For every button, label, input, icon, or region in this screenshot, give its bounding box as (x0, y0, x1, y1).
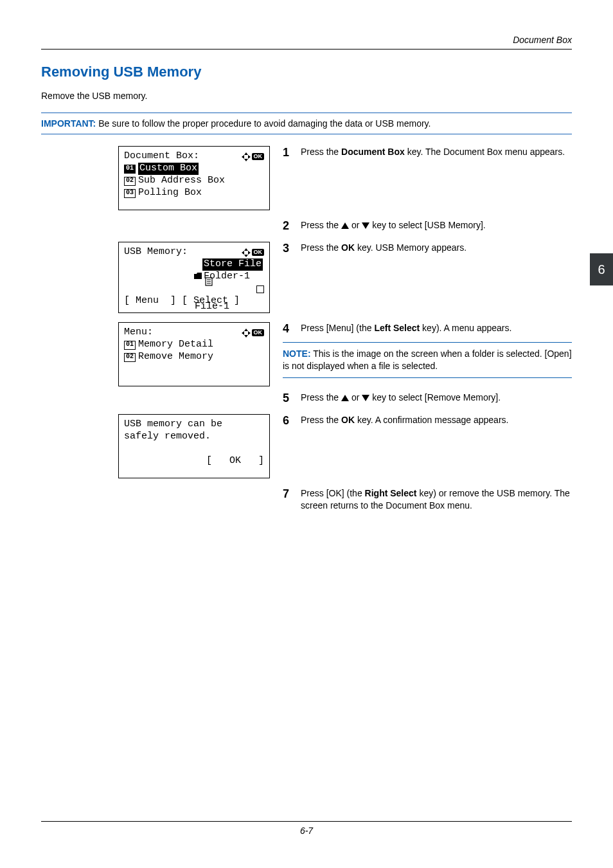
note-box: NOTE: This is the image on the screen wh… (283, 342, 572, 378)
chapter-tab: 6 (590, 253, 613, 285)
step7-num: 7 (283, 487, 301, 501)
step5-text: Press the or key to select [Remove Memor… (301, 392, 572, 404)
down-triangle-icon (362, 395, 369, 401)
lcd4-line2: safely removed. (124, 431, 264, 443)
step6-text: Press the OK key. A confirmation message… (301, 414, 572, 426)
up-triangle-icon (341, 395, 349, 401)
lcd3-title: Menu: (124, 327, 153, 339)
step4-num: 4 (283, 322, 301, 336)
lcd1-item0-num: 01 (124, 165, 136, 174)
checkbox-icon (256, 285, 264, 293)
nav-ok-icon: OK (242, 153, 265, 161)
step1-num: 1 (283, 146, 301, 159)
step3-num: 3 (283, 242, 301, 255)
lcd1-item0-label: Custom Box (138, 163, 199, 175)
step6-num: 6 (283, 414, 301, 428)
lcd2-softkeys: [ Menu ] [ Select ] (124, 295, 264, 307)
lcd-confirmation: USB memory can be safely removed. [ OK ] (118, 414, 270, 478)
nav-ok-icon: OK (242, 249, 265, 257)
step2-text: Press the or key to select [USB Memory]. (301, 219, 572, 231)
lcd-menu: Menu: OK 01Memory Detail 02Remove Memory (118, 322, 270, 386)
down-triangle-icon (362, 222, 369, 229)
lcd1-item1-label: Sub Address Box (138, 175, 225, 187)
important-label: IMPORTANT: (41, 118, 96, 129)
lcd3-item0-label: Memory Detail (138, 339, 213, 351)
section-title: Removing USB Memory (41, 64, 572, 80)
page-footer: 6-7 (41, 817, 572, 836)
intro-text: Remove the USB memory. (41, 91, 572, 101)
step5-num: 5 (283, 392, 301, 405)
lcd4-line1: USB memory can be (124, 419, 264, 431)
lcd1-item2-num: 03 (124, 189, 136, 198)
page-number: 6-7 (41, 826, 572, 836)
note-label: NOTE: (283, 348, 311, 359)
lcd-document-box: Document Box: OK 01Custom Box 02Sub Addr… (118, 146, 270, 210)
top-rule (41, 49, 572, 50)
step3-text: Press the OK key. USB Memory appears. (301, 242, 572, 254)
important-box: IMPORTANT: Be sure to follow the proper … (41, 113, 572, 134)
running-head: Document Box (41, 35, 572, 45)
lcd1-title: Document Box: (124, 150, 199, 163)
up-triangle-icon (341, 222, 349, 229)
important-text: Be sure to follow the proper procedure t… (96, 118, 431, 129)
lcd1-item1-num: 02 (124, 177, 136, 186)
step4-text: Press [Menu] (the Left Select key). A me… (301, 322, 572, 336)
step7-text: Press [OK] (the Right Select key) or rem… (301, 487, 572, 512)
step1-text: Press the Document Box key. The Document… (301, 146, 572, 158)
lcd3-item1-label: Remove Memory (138, 351, 213, 363)
nav-ok-icon: OK (242, 329, 265, 337)
lcd1-item2-label: Polling Box (138, 187, 202, 199)
lcd4-softkey: [ OK ] (124, 455, 264, 467)
lcd3-item1-num: 02 (124, 353, 136, 362)
note-text: This is the image on the screen when a f… (283, 348, 572, 371)
step2-num: 2 (283, 219, 301, 233)
lcd-usb-memory: USB Memory: OK Store File F (118, 242, 270, 313)
lcd3-item0-num: 01 (124, 341, 136, 350)
